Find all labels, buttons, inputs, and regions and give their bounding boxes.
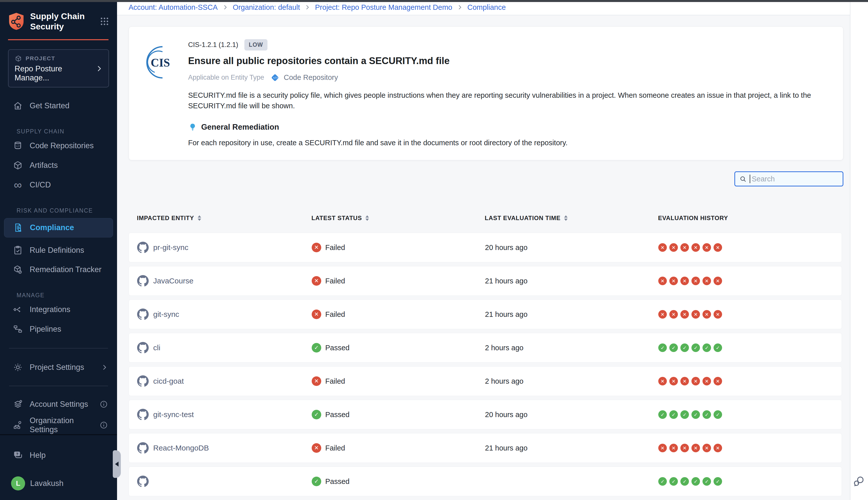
- search-input[interactable]: Search: [734, 171, 843, 186]
- severity-badge: LOW: [244, 39, 268, 50]
- rule-definitions-icon: [13, 245, 23, 255]
- table-row[interactable]: pr-git-sync ✕ Failed 20 hours ago ✕✕✕✕✕✕: [129, 233, 842, 262]
- history-failed-icon: ✕: [669, 243, 678, 252]
- entity-name-link[interactable]: pr-git-sync: [153, 243, 188, 252]
- info-icon[interactable]: [100, 421, 108, 429]
- breadcrumb-account[interactable]: Account: Automation-SSCA: [129, 3, 218, 12]
- chevron-right-icon: [457, 4, 463, 10]
- table-row[interactable]: cli ✓ Passed 2 hours ago ✓✓✓✓✓✓: [129, 333, 842, 363]
- entity-name-link[interactable]: cicd-goat: [153, 377, 184, 385]
- bulb-icon: [188, 123, 197, 132]
- status-text: Passed: [325, 344, 350, 352]
- history-failed-icon: ✕: [714, 277, 722, 285]
- info-icon[interactable]: [100, 400, 108, 409]
- collapse-left-arrow-icon: [115, 462, 118, 467]
- code-repository-icon: </>: [270, 73, 280, 82]
- layers-gear-icon: [13, 399, 23, 410]
- breadcrumb-project[interactable]: Project: Repo Posture Management Demo: [315, 3, 452, 12]
- history-failed-icon: ✕: [714, 377, 722, 385]
- history-failed-icon: ✕: [714, 243, 722, 252]
- status-failed-icon: ✕: [312, 376, 321, 386]
- table-row[interactable]: React-MongoDB ✕ Failed 21 hours ago ✕✕✕✕…: [129, 433, 842, 463]
- chevron-right-icon: [95, 65, 103, 72]
- sort-icon[interactable]: [564, 215, 568, 221]
- history-passed-icon: ✓: [669, 477, 678, 486]
- breadcrumb-compliance[interactable]: Compliance: [467, 3, 506, 12]
- entity-type-value[interactable]: Code Repository: [284, 73, 338, 82]
- search-row: Search: [129, 171, 843, 186]
- status-text: Failed: [325, 243, 345, 252]
- entities-table-body: pr-git-sync ✕ Failed 20 hours ago ✕✕✕✕✕✕…: [129, 233, 868, 496]
- breadcrumb-organization[interactable]: Organization: default: [233, 3, 300, 12]
- table-row[interactable]: git-sync ✕ Failed 21 hours ago ✕✕✕✕✕✕: [129, 299, 842, 329]
- chat-bubbles-icon[interactable]: [853, 475, 866, 488]
- remediation-title: General Remediation: [201, 123, 279, 132]
- status-passed-icon: ✓: [312, 477, 321, 486]
- last-evaluation-time: 21 hours ago: [485, 277, 528, 285]
- nav-grid-icon[interactable]: [100, 16, 109, 26]
- sidebar-item-remediation-tracker[interactable]: Remediation Tracker: [0, 261, 117, 278]
- sidebar-item-cicd[interactable]: ∞ CI/CD: [0, 177, 117, 193]
- table-row[interactable]: JavaCourse ✕ Failed 21 hours ago ✕✕✕✕✕✕: [129, 266, 842, 296]
- history-failed-icon: ✕: [658, 277, 667, 285]
- sidebar-item-organization-settings[interactable]: Organization Settings: [0, 416, 117, 434]
- user-menu[interactable]: L Lavakush: [0, 474, 117, 492]
- evaluation-history: ✓✓✓✓✓✓: [658, 343, 842, 352]
- sidebar-item-account-settings[interactable]: Account Settings: [0, 396, 117, 413]
- app-title: Supply Chain Security: [30, 11, 100, 32]
- section-label-manage: MANAGE: [0, 292, 117, 299]
- status-text: Failed: [325, 277, 345, 285]
- entity-name-link[interactable]: JavaCourse: [153, 277, 193, 285]
- code-repositories-icon: </>: [13, 140, 23, 151]
- table-row[interactable]: git-sync-test ✓ Passed 20 hours ago ✓✓✓✓…: [129, 400, 842, 429]
- history-failed-icon: ✕: [703, 444, 711, 452]
- compliance-icon: [13, 223, 23, 233]
- entity-name-link[interactable]: React-MongoDB: [153, 444, 209, 452]
- sidebar-item-rule-definitions[interactable]: Rule Definitions: [0, 242, 117, 259]
- table-row[interactable]: ✓ Passed ✓✓✓✓✓✓: [129, 467, 842, 496]
- entity-name-link[interactable]: git-sync-test: [153, 410, 194, 419]
- cicd-icon: ∞: [13, 180, 23, 190]
- history-failed-icon: ✕: [669, 277, 678, 285]
- history-passed-icon: ✓: [714, 410, 722, 419]
- section-label-supply-chain: SUPPLY CHAIN: [0, 128, 117, 135]
- sort-icon[interactable]: [198, 215, 201, 221]
- entity-name-link[interactable]: cli: [153, 343, 160, 352]
- column-header-latest-status[interactable]: LATEST STATUS: [311, 215, 485, 221]
- evaluation-history: ✕✕✕✕✕✕: [658, 377, 842, 385]
- history-failed-icon: ✕: [680, 243, 689, 252]
- table-row[interactable]: cicd-goat ✕ Failed 2 hours ago ✕✕✕✕✕✕: [129, 366, 842, 396]
- brand-underline: [8, 39, 108, 41]
- history-passed-icon: ✓: [680, 410, 689, 419]
- history-passed-icon: ✓: [680, 477, 689, 486]
- history-failed-icon: ✕: [669, 377, 678, 385]
- rule-title: Ensure all public repositories contain a…: [188, 56, 833, 66]
- avatar: L: [11, 476, 25, 490]
- divider: [9, 348, 108, 349]
- sidebar-item-help[interactable]: ? Help: [0, 446, 117, 464]
- project-selector[interactable]: PROJECT Repo Posture Manage...: [8, 49, 109, 88]
- sidebar-item-project-settings[interactable]: Project Settings: [0, 359, 117, 376]
- rule-card: CIS CIS-1.2.1 (1.2.1) LOW Ensure all pub…: [129, 26, 843, 160]
- remediation-tracker-icon: [13, 264, 23, 275]
- history-passed-icon: ✓: [703, 410, 711, 419]
- sidebar-item-get-started[interactable]: Get Started: [0, 98, 117, 114]
- window-top-edge: [0, 0, 868, 2]
- entity-name-link[interactable]: git-sync: [153, 310, 179, 319]
- sort-icon[interactable]: [366, 215, 369, 221]
- sidebar-item-code-repositories[interactable]: </> Code Repositories: [0, 137, 117, 154]
- history-passed-icon: ✓: [669, 410, 678, 419]
- last-evaluation-time: 20 hours ago: [485, 243, 528, 251]
- sidebar-item-pipelines[interactable]: Pipelines: [0, 321, 117, 338]
- column-header-evaluation-history: EVALUATION HISTORY: [658, 215, 842, 221]
- last-evaluation-time: 2 hours ago: [485, 377, 523, 385]
- column-header-last-evaluation-time[interactable]: LAST EVALUATION TIME: [485, 215, 658, 221]
- sidebar-item-integrations[interactable]: Integrations: [0, 301, 117, 318]
- sidebar-item-artifacts[interactable]: Artifacts: [0, 157, 117, 174]
- chevron-right-icon: [222, 4, 228, 10]
- sidebar-collapse-handle[interactable]: [113, 450, 121, 478]
- github-icon: [137, 476, 149, 487]
- section-label-risk-compliance: RISK AND COMPLIANCE: [0, 207, 117, 214]
- column-header-impacted-entity[interactable]: IMPACTED ENTITY: [137, 215, 311, 221]
- sidebar-item-compliance[interactable]: Compliance: [4, 218, 113, 237]
